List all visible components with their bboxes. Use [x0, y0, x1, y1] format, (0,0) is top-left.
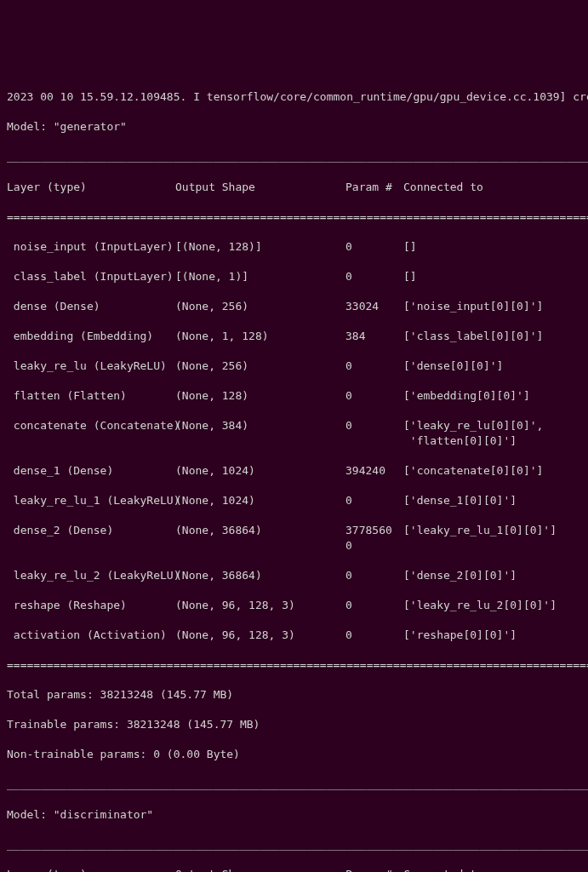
gen-total-params: Total params: 38213248 (145.77 MB): [7, 687, 581, 703]
table-row: dense_2 (Dense)(None, 36864)3778560 0['l…: [7, 523, 581, 553]
cell-layer: noise_input (InputLayer): [7, 239, 175, 255]
table-row: concatenate (Concatenate)(None, 384)0['l…: [7, 418, 581, 448]
cell-shape: (None, 256): [175, 299, 345, 314]
col-header-layer: Layer (type): [7, 867, 175, 872]
col-header-shape: Output Shape: [175, 180, 345, 195]
cell-param: 384: [345, 329, 403, 344]
cell-layer: class_label (InputLayer): [7, 269, 175, 284]
table-row: flatten (Flatten)(None, 128)0['embedding…: [7, 388, 581, 404]
cell-conn: ['dense_2[0][0]']: [403, 568, 517, 583]
cell-conn: ['reshape[0][0]']: [403, 628, 517, 643]
cell-shape: (None, 96, 128, 3): [175, 628, 345, 643]
cell-shape: (None, 36864): [175, 523, 345, 538]
cell-param: 0: [345, 493, 403, 508]
cell-param: 3778560 0: [345, 523, 403, 553]
table-row: dense_1 (Dense)(None, 1024)394240['conca…: [7, 463, 581, 479]
blank-line: [7, 479, 581, 494]
discriminator-header-row: Layer (type)Output ShapeParam #Connected…: [7, 867, 581, 872]
blank-line: [7, 404, 581, 419]
blank-line: [7, 612, 581, 628]
table-row: leaky_re_lu_1 (LeakyReLU)(None, 1024)0['…: [7, 493, 581, 508]
cell-layer: embedding (Embedding): [7, 329, 175, 344]
cell-layer: flatten (Flatten): [7, 388, 175, 404]
cell-param: 0: [345, 628, 403, 643]
cell-param: 394240: [345, 463, 403, 479]
cell-conn: ['leaky_re_lu_1[0][0]']: [403, 523, 557, 538]
cell-param: 0: [345, 598, 403, 613]
divider-equals: ========================================…: [7, 657, 581, 673]
cell-param: 0: [345, 359, 403, 374]
cell-conn: []: [403, 239, 417, 255]
col-header-layer: Layer (type): [7, 180, 175, 195]
col-header-param: Param #: [345, 867, 403, 872]
table-row: noise_input (InputLayer)[(None, 128)]0[]: [7, 239, 581, 255]
cell-conn: ['concatenate[0][0]']: [403, 463, 543, 479]
cell-param: 0: [345, 388, 403, 404]
cell-shape: (None, 96, 128, 3): [175, 598, 345, 613]
terminal-output[interactable]: 2023 00 10 15.59.12.109485. I tensorflow…: [0, 60, 588, 872]
cell-layer: dense_1 (Dense): [7, 463, 175, 479]
divider-equals: ========================================…: [7, 209, 581, 225]
cell-shape: (None, 1024): [175, 463, 345, 479]
cell-layer: concatenate (Concatenate): [7, 418, 175, 433]
blank-line: [7, 374, 581, 389]
divider-under: ________________________________________…: [7, 149, 581, 164]
cell-shape: (None, 256): [175, 359, 345, 374]
gen-trainable-params: Trainable params: 38213248 (145.77 MB): [7, 717, 581, 732]
cell-layer: leaky_re_lu_1 (LeakyReLU): [7, 493, 175, 508]
col-header-conn: Connected to: [403, 180, 483, 195]
cell-conn: ['embedding[0][0]']: [403, 388, 530, 404]
cell-shape: (None, 1024): [175, 493, 345, 508]
blank-line: [7, 284, 581, 299]
blank-line: [7, 553, 581, 568]
cell-layer: activation (Activation): [7, 628, 175, 643]
generator-rows: noise_input (InputLayer)[(None, 128)]0[]…: [7, 239, 581, 643]
log-line: 2023 00 10 15.59.12.109485. I tensorflow…: [7, 89, 581, 105]
generator-header-row: Layer (type)Output ShapeParam #Connected…: [7, 180, 581, 195]
cell-param: 33024: [345, 299, 403, 314]
cell-shape: [(None, 1)]: [175, 269, 345, 284]
cell-conn: ['dense_1[0][0]']: [403, 493, 517, 508]
cell-layer: reshape (Reshape): [7, 598, 175, 613]
table-row: dense (Dense)(None, 256)33024['noise_inp…: [7, 299, 581, 314]
cell-layer: dense (Dense): [7, 299, 175, 314]
cell-layer: leaky_re_lu_2 (LeakyReLU): [7, 568, 175, 583]
blank-line: [7, 508, 581, 524]
blank-line: [7, 582, 581, 598]
model-title-discriminator: Model: "discriminator": [7, 807, 581, 823]
cell-shape: [(None, 128)]: [175, 239, 345, 255]
table-row: activation (Activation)(None, 96, 128, 3…: [7, 628, 581, 643]
cell-conn: ['leaky_re_lu[0][0]', 'flatten[0][0]']: [403, 418, 543, 448]
cell-shape: (None, 128): [175, 388, 345, 404]
cell-param: 0: [345, 568, 403, 583]
col-header-param: Param #: [345, 180, 403, 195]
table-row: class_label (InputLayer)[(None, 1)]0[]: [7, 269, 581, 284]
cell-shape: (None, 384): [175, 418, 345, 433]
cell-layer: dense_2 (Dense): [7, 523, 175, 538]
gen-nontrainable-params: Non-trainable params: 0 (0.00 Byte): [7, 747, 581, 762]
blank-line: [7, 313, 581, 329]
cell-param: 0: [345, 239, 403, 255]
col-header-conn: Connected to: [403, 867, 483, 872]
cell-shape: (None, 1, 128): [175, 329, 345, 344]
blank-line: [7, 344, 581, 359]
divider-under: ________________________________________…: [7, 837, 581, 852]
cell-conn: []: [403, 269, 417, 284]
col-header-shape: Output Shape: [175, 867, 345, 872]
cell-shape: (None, 36864): [175, 568, 345, 583]
blank-line: [7, 448, 581, 463]
blank-line: [7, 254, 581, 269]
cell-param: 0: [345, 269, 403, 284]
cell-conn: ['leaky_re_lu_2[0][0]']: [403, 598, 557, 613]
model-title-generator: Model: "generator": [7, 119, 581, 135]
cell-conn: ['dense[0][0]']: [403, 359, 503, 374]
cell-param: 0: [345, 418, 403, 433]
cell-layer: leaky_re_lu (LeakyReLU): [7, 359, 175, 374]
table-row: leaky_re_lu_2 (LeakyReLU)(None, 36864)0[…: [7, 568, 581, 583]
cell-conn: ['class_label[0][0]']: [403, 329, 543, 344]
cell-conn: ['noise_input[0][0]']: [403, 299, 543, 314]
table-row: leaky_re_lu (LeakyReLU)(None, 256)0['den…: [7, 359, 581, 374]
table-row: embedding (Embedding)(None, 1, 128)384['…: [7, 329, 581, 344]
divider-under: ________________________________________…: [7, 777, 581, 792]
table-row: reshape (Reshape)(None, 96, 128, 3)0['le…: [7, 598, 581, 613]
